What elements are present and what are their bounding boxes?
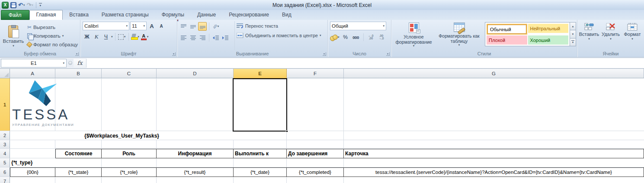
format-painter-button[interactable]: Формат по образцу (26, 41, 79, 48)
accounting-format-button[interactable]: ▾ (330, 33, 340, 42)
copy-button[interactable]: Копировать▾ (26, 32, 79, 39)
style-chip-neutral[interactable]: Нейтральный (528, 24, 569, 33)
undo-dropdown-icon[interactable]: ▾ (23, 2, 25, 8)
font-color-icon: А (141, 34, 147, 40)
style-chip-good[interactable]: Хороший (528, 35, 569, 45)
align-right-button[interactable] (198, 33, 207, 42)
paste-dropdown-icon[interactable]: ▾ (13, 45, 14, 47)
cell-B4[interactable]: Состояние (55, 149, 102, 158)
tab-view[interactable]: Вид (276, 10, 298, 20)
column-header-A[interactable]: A (10, 69, 55, 78)
cell-G4[interactable]: Карточка (343, 149, 644, 158)
group-cells: Вставить ▾ Удалить ▾ Формат ▾ Ячейки (577, 20, 644, 57)
grow-font-button[interactable]: А▲ (147, 22, 156, 30)
number-format-combo[interactable]: Общий▾ (330, 22, 386, 30)
align-top-button[interactable] (179, 22, 188, 31)
grid-area[interactable]: {$Workplaces_User_MyTasks} Состояние Рол… (0, 78, 644, 183)
cell-G6[interactable]: tessa://tessaclient.{serverCode}/{instan… (343, 167, 644, 177)
wrap-text-button[interactable]: Перенос текста (237, 21, 327, 31)
dialog-launcher-icon[interactable] (323, 52, 326, 56)
undo-button[interactable]: ↶▾ (18, 2, 25, 8)
conditional-formatting-button[interactable]: ≡≡ Условное форматирование ▾ (392, 21, 435, 47)
tab-file[interactable]: Файл (1, 10, 29, 20)
align-left-button[interactable] (179, 33, 188, 42)
style-chip-normal[interactable]: Обычный (487, 25, 526, 34)
column-header-E[interactable]: E (234, 69, 287, 78)
cell-F6[interactable]: {*t_completed} (286, 167, 344, 177)
italic-button[interactable]: К (92, 32, 101, 41)
dialog-launcher-icon[interactable] (75, 52, 79, 56)
format-as-table-button[interactable]: Форматировать как таблицу ▾ (435, 21, 483, 46)
insert-function-button[interactable]: fx (74, 59, 87, 67)
selected-cell-E1[interactable] (233, 78, 287, 132)
gallery-scroll-down-button[interactable]: ▼ (570, 30, 576, 38)
save-button[interactable] (10, 2, 16, 8)
paste-button[interactable]: Вставить ▾ (1, 21, 26, 50)
group-alignment: ab▾ Перенос текста Объед (177, 20, 328, 57)
font-family-combo[interactable]: Calibri▾ (83, 22, 129, 30)
delete-cells-button[interactable]: Удалить ▾ (600, 21, 621, 50)
customize-qat-button[interactable]: ▾ (39, 3, 42, 7)
formula-input[interactable] (87, 58, 644, 68)
cell-B6[interactable]: {*t_state} (55, 167, 102, 177)
borders-button[interactable]: ▾ (118, 32, 126, 41)
name-box-dropdown-icon[interactable]: ▾ (63, 62, 64, 64)
column-header-G[interactable]: G (344, 69, 644, 78)
bold-button[interactable]: Ж (83, 32, 91, 41)
column-header-F[interactable]: F (287, 69, 344, 78)
dialog-launcher-icon[interactable] (172, 52, 176, 56)
cell-E6[interactable]: {*t_date} (233, 167, 287, 177)
cell-D4[interactable]: Информация (156, 149, 234, 158)
increase-decimal-button[interactable]: ←.0 ,00 (367, 33, 375, 42)
select-all-corner[interactable] (0, 69, 10, 78)
column-header-B[interactable]: B (55, 69, 102, 78)
fill-color-button[interactable]: ▾ (131, 32, 140, 41)
align-bottom-button[interactable] (198, 22, 207, 31)
underline-button[interactable]: Ч (102, 32, 110, 41)
excel-app-icon[interactable]: X (2, 2, 9, 9)
merge-center-button[interactable]: Объединить и поместить в центре ▾ (237, 31, 327, 40)
dialog-launcher-icon[interactable] (386, 52, 390, 56)
cell-E4[interactable]: Выполнить к (233, 149, 287, 158)
align-middle-button[interactable] (189, 22, 197, 31)
fill-handle[interactable] (286, 130, 288, 132)
comma-style-button[interactable]: 000 (352, 33, 360, 42)
orientation-button[interactable]: ab▾ (211, 22, 220, 31)
tab-page-layout[interactable]: Разметка страницы (95, 10, 155, 20)
cell-D6[interactable]: {*t_result} (156, 167, 234, 177)
tab-data[interactable]: Данные (191, 10, 222, 20)
name-box[interactable]: E1▾ (1, 59, 67, 67)
style-chip-bad[interactable]: Плохой (487, 35, 527, 45)
gallery-more-button[interactable]: ▼ (570, 39, 576, 46)
tab-formulas[interactable]: Формулы (155, 10, 191, 20)
gallery-scroll-up-button[interactable]: ▲ (570, 22, 576, 30)
group-label-font: Шрифт (80, 51, 177, 56)
tessa-logo-image[interactable]: TESSA УПРАВЛЕНИЕ ДОКУМЕНТАМИ (12, 80, 77, 127)
tab-insert[interactable]: Вставка (63, 10, 95, 20)
cell-F4[interactable]: До завершения (286, 149, 344, 158)
font-size-combo[interactable]: 11▾ (130, 22, 147, 30)
currency-icon (330, 35, 337, 40)
cell-C4[interactable]: Роль (101, 149, 157, 158)
tab-home[interactable]: Главная (29, 10, 63, 20)
tab-review[interactable]: Рецензирование (222, 10, 276, 20)
cell-C6[interactable]: {*t_role} (101, 167, 157, 177)
column-header-C[interactable]: C (102, 69, 157, 78)
increase-indent-button[interactable] (221, 33, 230, 42)
percent-style-button[interactable]: % (341, 33, 350, 42)
cell-A5[interactable]: {*t_type} (10, 158, 79, 167)
column-header-D[interactable]: D (157, 69, 234, 78)
cut-button[interactable]: ✂Вырезать (26, 23, 79, 31)
align-center-button[interactable] (189, 33, 197, 42)
font-color-button[interactable]: А▾ (141, 32, 149, 41)
cell-banner-A2[interactable]: {$Workplaces_User_MyTasks} (10, 131, 234, 140)
decrease-indent-button[interactable] (211, 33, 220, 42)
insert-cells-button[interactable]: Вставить ▾ (579, 21, 599, 50)
redo-button[interactable]: ↷▾ (26, 2, 33, 8)
cell-A6[interactable]: {00n} (10, 167, 55, 177)
format-cells-button[interactable]: Формат ▾ (622, 21, 643, 50)
decrease-decimal-button[interactable]: ,00 →,0 (377, 33, 386, 42)
underline-dropdown-icon[interactable]: ▾ (111, 35, 113, 38)
formula-bar-splitter[interactable] (67, 61, 74, 65)
shrink-font-button[interactable]: А▼ (157, 22, 166, 30)
